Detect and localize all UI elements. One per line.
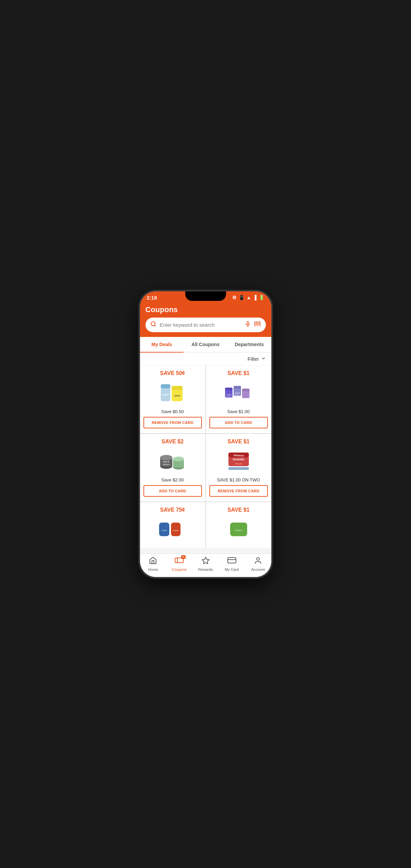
signal-icon: ▐ [253, 295, 257, 300]
coupon-count-badge: % [181, 555, 186, 559]
coupons-grid: SAVE 50¢ Lysol Lysol Save $0.50 [140, 365, 271, 548]
coupon-4-image: Pillsbury Grands! Biscuits [223, 447, 254, 475]
coupon-card-4: SAVE $1 Pillsbury Grands! Biscuits SAVE [206, 434, 271, 501]
svg-text:Quilted: Quilted [226, 394, 232, 396]
home-icon [149, 557, 157, 566]
coupon-5-save-label: SAVE 75¢ [160, 507, 185, 513]
coupon-5-image: Chips Snack [157, 516, 188, 543]
coupon-2-save-label: SAVE $1 [227, 370, 250, 376]
svg-rect-12 [260, 321, 261, 325]
svg-point-34 [160, 455, 172, 460]
my-card-label: My Card [225, 567, 239, 572]
coupons-scroll: SAVE 50¢ Lysol Lysol Save $0.50 [140, 365, 271, 554]
coupon-card-3: SAVE $2 Ben & Jerry's [140, 434, 205, 501]
coupon-4-button[interactable]: REMOVE FROM CARD [209, 485, 268, 497]
svg-rect-10 [258, 321, 259, 325]
coupon-3-image: Ben & Jerry's [157, 447, 188, 475]
svg-text:Northern: Northern [225, 396, 232, 398]
svg-rect-17 [161, 384, 170, 388]
tab-all-coupons[interactable]: All Coupons [184, 337, 227, 352]
svg-rect-31 [242, 389, 250, 391]
svg-text:Lysol: Lysol [174, 394, 180, 397]
svg-text:Jerry's: Jerry's [163, 463, 170, 465]
coupon-3-desc: Save $2.00 [161, 477, 184, 482]
svg-rect-15 [260, 326, 261, 326]
svg-text:Ben &: Ben & [163, 461, 169, 463]
svg-point-39 [173, 457, 184, 461]
page-title: Coupons [145, 305, 266, 314]
svg-rect-2 [247, 321, 249, 324]
filter-label: Filter [247, 356, 259, 362]
nav-my-card[interactable]: My Card [219, 557, 245, 572]
notch [185, 291, 226, 301]
phone-frame: 2:18 ⚙ 📱 ▲ ▐ 🔋 Coupons [139, 291, 272, 578]
coupon-4-save-label: SAVE $1 [227, 439, 250, 445]
svg-text:Northern: Northern [234, 394, 241, 396]
card-icon [227, 557, 236, 566]
settings-icon: ⚙ [232, 295, 237, 300]
microphone-icon[interactable] [245, 321, 251, 329]
svg-point-0 [151, 322, 155, 326]
chevron-down-icon [261, 356, 266, 362]
svg-text:Quilted: Quilted [235, 392, 240, 394]
filter-row: Filter [140, 353, 271, 365]
coupon-2-button[interactable]: ADD TO CARD [209, 417, 268, 428]
nav-coupons[interactable]: % Coupons [166, 557, 192, 572]
nav-home[interactable]: Home [140, 557, 166, 572]
svg-rect-9 [258, 321, 258, 325]
account-label: Account [251, 567, 265, 572]
status-icons: ⚙ 📱 ▲ ▐ 🔋 [232, 295, 264, 300]
svg-text:Snack: Snack [173, 529, 179, 531]
coupon-2-image: Quilted Northern Quilted Northern [223, 379, 254, 406]
header: Coupons [140, 303, 271, 337]
svg-rect-7 [256, 321, 256, 325]
coupon-6-save-label: SAVE $1 [227, 507, 250, 513]
svg-marker-54 [202, 557, 209, 564]
search-icon [150, 321, 156, 329]
rewards-label: Rewards [198, 567, 213, 572]
account-icon [254, 557, 262, 566]
svg-line-1 [154, 325, 155, 326]
wifi-icon: ▲ [246, 295, 251, 300]
svg-rect-45 [228, 467, 249, 470]
coupon-2-desc: Save $1.00 [227, 409, 250, 414]
coupon-1-image: Lysol Lysol [157, 379, 188, 406]
search-input[interactable] [160, 322, 241, 328]
svg-text:Lysol: Lysol [162, 393, 168, 396]
rewards-icon [202, 557, 210, 566]
svg-rect-6 [255, 321, 255, 325]
svg-text:Pillsbury: Pillsbury [234, 454, 244, 457]
coupon-4-desc: SAVE $1.00 ON TWO [217, 477, 260, 482]
phone-screen: 2:18 ⚙ 📱 ▲ ▐ 🔋 Coupons [140, 291, 271, 577]
search-bar[interactable] [145, 318, 266, 332]
nav-account[interactable]: Account [245, 557, 271, 572]
svg-rect-13 [254, 326, 256, 326]
svg-rect-20 [172, 386, 183, 390]
coupon-card-5: SAVE 75¢ Chips Snack [140, 502, 205, 548]
coupon-3-save-label: SAVE $2 [161, 439, 184, 445]
tab-my-deals[interactable]: My Deals [140, 337, 184, 352]
svg-text:Chips: Chips [161, 529, 167, 531]
filter-button[interactable]: Filter [247, 356, 266, 362]
svg-text:Grands!: Grands! [233, 458, 244, 461]
home-label: Home [148, 567, 158, 572]
coupon-1-save-label: SAVE 50¢ [160, 370, 185, 376]
tab-departments[interactable]: Departments [227, 337, 271, 352]
coupon-1-desc: Save $0.50 [161, 409, 184, 414]
nav-rewards[interactable]: Rewards [192, 557, 219, 572]
svg-rect-27 [234, 386, 241, 389]
tabs-bar: My Deals All Coupons Departments [140, 337, 271, 353]
coupons-label: Coupons [172, 567, 187, 572]
battery-icon: 🔋 [259, 295, 264, 300]
coupons-icon: % [175, 557, 184, 566]
coupon-3-button[interactable]: ADD TO CARD [143, 485, 202, 497]
svg-text:Product: Product [235, 529, 242, 531]
coupon-card-6: SAVE $1 Product [206, 502, 271, 548]
status-time: 2:18 [147, 295, 157, 301]
svg-rect-23 [225, 388, 233, 390]
bottom-nav: Home % Coupons Rewards [140, 554, 271, 577]
phone-icon: 📱 [239, 295, 244, 300]
coupon-card-1: SAVE 50¢ Lysol Lysol Save $0.50 [140, 365, 205, 433]
coupon-1-button[interactable]: REMOVE FROM CARD [143, 417, 202, 428]
barcode-icon[interactable] [254, 321, 261, 329]
